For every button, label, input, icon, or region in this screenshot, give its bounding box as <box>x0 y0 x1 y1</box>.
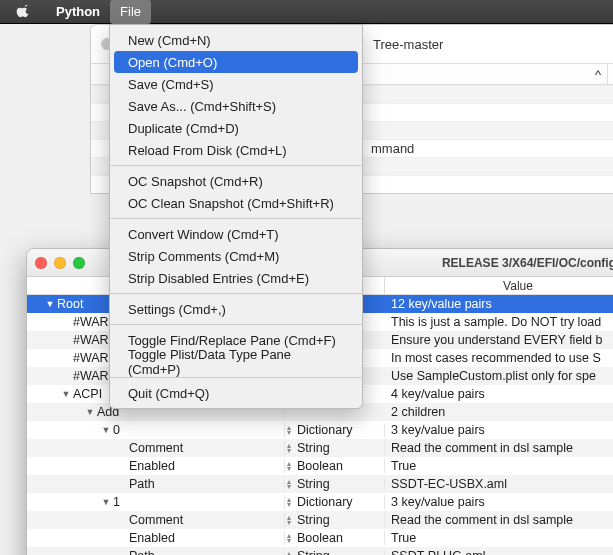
menubar: Python File <box>0 0 613 24</box>
row-value: In most cases recommended to use S <box>385 351 613 365</box>
menu-item-strip[interactable]: Strip Comments (Cmd+M) <box>114 245 358 267</box>
menu-item-new[interactable]: New (Cmd+N) <box>114 29 358 51</box>
type-stepper-icon[interactable] <box>287 497 291 507</box>
row-value: SSDT-PLUG.aml <box>385 549 613 555</box>
row-key: Path <box>129 549 155 555</box>
row-key: ACPI <box>73 387 102 401</box>
menu-item-reload[interactable]: Reload From Disk (Cmd+L) <box>114 139 358 161</box>
plist-row[interactable]: 0Dictionary3 key/value pairs <box>27 421 613 439</box>
menu-item-strip[interactable]: Strip Disabled Entries (Cmd+E) <box>114 267 358 289</box>
row-key: Enabled <box>129 459 175 473</box>
file-dropdown: New (Cmd+N)Open (Cmd+O)Save (Cmd+S)Save … <box>109 24 363 409</box>
row-value: True <box>385 459 613 473</box>
disclosure-icon[interactable] <box>61 389 71 399</box>
row-type: String <box>297 477 330 491</box>
row-value: Use SampleCustom.plist only for spe <box>385 369 613 383</box>
menu-item-oc[interactable]: OC Clean Snapshot (Cmd+Shift+R) <box>114 192 358 214</box>
row-value: 3 key/value pairs <box>385 495 613 509</box>
plist-row[interactable]: 1Dictionary3 key/value pairs <box>27 493 613 511</box>
menu-item-toggle[interactable]: Toggle Plist/Data Type Pane (Cmd+P) <box>114 351 358 373</box>
type-stepper-icon[interactable] <box>287 461 291 471</box>
plist-title-path: RELEASE 3/X64/EFI/OC/config.plist <box>442 256 613 270</box>
row-type: String <box>297 549 330 555</box>
app-menu[interactable]: Python <box>46 0 110 24</box>
menu-item-quit[interactable]: Quit (Cmd+Q) <box>114 382 358 404</box>
type-stepper-icon[interactable] <box>287 533 291 543</box>
menu-separator <box>110 165 362 166</box>
plist-row[interactable]: EnabledBooleanTrue <box>27 457 613 475</box>
row-value: 2 children <box>385 405 613 419</box>
menu-separator <box>110 218 362 219</box>
plist-row[interactable]: CommentStringRead the comment in dsl sam… <box>27 511 613 529</box>
row-value: Read the comment in dsl sample <box>385 441 613 455</box>
row-value: Read the comment in dsl sample <box>385 513 613 527</box>
row-type: Boolean <box>297 531 343 545</box>
row-type: String <box>297 513 330 527</box>
menu-item-open[interactable]: Open (Cmd+O) <box>114 51 358 73</box>
type-stepper-icon[interactable] <box>287 551 291 555</box>
menu-item-convert[interactable]: Convert Window (Cmd+T) <box>114 223 358 245</box>
disclosure-icon[interactable] <box>45 299 55 309</box>
disclosure-icon[interactable] <box>85 407 95 417</box>
row-value: True <box>385 531 613 545</box>
row-value: SSDT-EC-USBX.aml <box>385 477 613 491</box>
row-key: Root <box>57 297 83 311</box>
row-key: Comment <box>129 441 183 455</box>
row-value: This is just a sample. Do NOT try load <box>385 315 613 329</box>
plist-row[interactable]: PathStringSSDT-PLUG.aml <box>27 547 613 555</box>
row-key: Path <box>129 477 155 491</box>
type-stepper-icon[interactable] <box>287 515 291 525</box>
bw-title-text: Tree-master <box>373 37 443 52</box>
menu-separator <box>110 324 362 325</box>
disclosure-icon[interactable] <box>101 425 111 435</box>
menu-item-save[interactable]: Save (Cmd+S) <box>114 73 358 95</box>
type-stepper-icon[interactable] <box>287 479 291 489</box>
plist-row[interactable]: EnabledBooleanTrue <box>27 529 613 547</box>
file-menu[interactable]: File <box>110 0 151 24</box>
row-key: Enabled <box>129 531 175 545</box>
row-value: 12 key/value pairs <box>385 297 613 311</box>
row-key: 1 <box>113 495 120 509</box>
row-type: Dictionary <box>297 495 353 509</box>
minimize-button[interactable] <box>54 257 66 269</box>
menu-item-oc[interactable]: OC Snapshot (Cmd+R) <box>114 170 358 192</box>
menu-separator <box>110 293 362 294</box>
type-stepper-icon[interactable] <box>287 425 291 435</box>
row-type: Boolean <box>297 459 343 473</box>
menu-separator <box>110 377 362 378</box>
row-key: Comment <box>129 513 183 527</box>
row-value: 4 key/value pairs <box>385 387 613 401</box>
plist-row[interactable]: CommentStringRead the comment in dsl sam… <box>27 439 613 457</box>
row-type: Dictionary <box>297 423 353 437</box>
menu-item-save[interactable]: Save As... (Cmd+Shift+S) <box>114 95 358 117</box>
menu-item-settings[interactable]: Settings (Cmd+,) <box>114 298 358 320</box>
menu-item-duplicate[interactable]: Duplicate (Cmd+D) <box>114 117 358 139</box>
row-value: 3 key/value pairs <box>385 423 613 437</box>
row-type: String <box>297 441 330 455</box>
row-value: Ensure you understand EVERY field b <box>385 333 613 347</box>
plist-row[interactable]: PathStringSSDT-EC-USBX.aml <box>27 475 613 493</box>
col-value[interactable]: Value <box>385 277 613 294</box>
zoom-button[interactable] <box>73 257 85 269</box>
disclosure-icon[interactable] <box>101 497 111 507</box>
type-stepper-icon[interactable] <box>287 443 291 453</box>
apple-icon[interactable] <box>16 5 30 19</box>
row-key: 0 <box>113 423 120 437</box>
close-button[interactable] <box>35 257 47 269</box>
